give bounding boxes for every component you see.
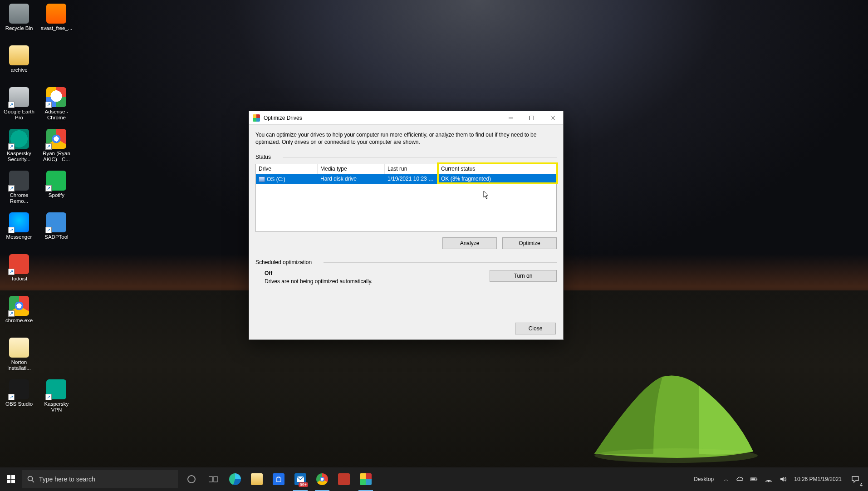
tray-battery[interactable] (747, 467, 761, 491)
app-icon: ↗ (9, 254, 29, 274)
edge-button[interactable] (224, 467, 246, 491)
edge-icon (229, 473, 241, 485)
desktop-icon-label: Adsense - Chrome (39, 109, 73, 121)
app-icon: ↗ (46, 171, 66, 191)
app-icon (46, 4, 66, 24)
shortcut-arrow-icon: ↗ (8, 185, 15, 191)
optimize-drives-window: Optimize Drives You can optimize your dr… (249, 111, 564, 340)
mail-button[interactable]: 99+ (289, 467, 311, 491)
desktop-icon[interactable]: archive (2, 44, 36, 83)
tray-onedrive[interactable] (732, 467, 747, 491)
shortcut-arrow-icon: ↗ (8, 227, 15, 233)
shortcut-arrow-icon: ↗ (45, 143, 52, 150)
cortana-button[interactable] (181, 467, 202, 491)
close-button[interactable] (542, 111, 563, 125)
desktop-icon-label: Spotify (49, 192, 64, 198)
ms-store-button[interactable] (268, 467, 289, 491)
desktop-icon[interactable]: ↗Spotify (39, 169, 74, 208)
desktop-icon[interactable]: ↗Google Earth Pro (2, 85, 36, 124)
desktop-icon[interactable]: ↗Kaspersky Security... (2, 127, 36, 166)
col-media[interactable]: Media type (318, 164, 385, 174)
tray-clock[interactable]: 10:26 PM 1/19/2021 (790, 467, 845, 491)
shortcut-arrow-icon: ↗ (8, 143, 15, 150)
tray-volume[interactable] (776, 467, 790, 491)
turn-on-button[interactable]: Turn on (490, 270, 557, 282)
optimize-drives-taskbar-button[interactable] (355, 467, 377, 491)
tray-time: 10:26 PM (794, 476, 817, 482)
tray-overflow-button[interactable]: ︿ (720, 467, 732, 491)
app-icon: ↗ (9, 87, 29, 107)
titlebar[interactable]: Optimize Drives (249, 111, 563, 125)
desktop-icon-label: archive (10, 67, 27, 73)
col-last[interactable]: Last run (385, 164, 438, 174)
shortcut-arrow-icon: ↗ (45, 227, 52, 233)
start-button[interactable] (0, 467, 22, 491)
status-section-header: Status (255, 154, 557, 160)
notif-count: 4 (860, 482, 863, 487)
chrome-taskbar-button[interactable] (311, 467, 333, 491)
shortcut-arrow-icon: ↗ (8, 102, 15, 108)
desktop-icon[interactable]: ↗chrome.exe (2, 294, 36, 333)
svg-rect-5 (11, 480, 15, 483)
desktop-icon[interactable]: ↗Chrome Remo... (2, 169, 36, 208)
file-explorer-button[interactable] (246, 467, 268, 491)
analyze-button[interactable]: Analyze (442, 237, 497, 249)
desktop-icon[interactable]: ↗Adsense - Chrome (39, 85, 74, 124)
cell-last: 1/19/2021 10:23 PM (385, 174, 438, 184)
desktop-icon[interactable]: ↗OBS Studio (2, 378, 36, 417)
shortcut-arrow-icon: ↗ (8, 394, 15, 400)
desktop-icon[interactable]: ↗SADPTool (39, 211, 74, 250)
drive-list[interactable]: Drive Media type Last run Current status… (255, 164, 557, 232)
desktop-icon[interactable]: Norton Installati... (2, 336, 36, 375)
scheduled-optimization-section: Scheduled optimization Off Drives are no… (255, 259, 557, 285)
action-center-button[interactable]: 4 (845, 467, 865, 491)
shortcut-arrow-icon: ↗ (45, 394, 52, 400)
svg-point-13 (768, 481, 769, 482)
close-footer-button[interactable]: Close (515, 323, 556, 334)
task-view-button[interactable] (202, 467, 224, 491)
desktop-icons: Recycle Binarchive↗Google Earth Pro↗Kasp… (2, 2, 74, 419)
optimize-button[interactable]: Optimize (502, 237, 557, 249)
sched-rule (324, 262, 557, 263)
desktop-icon[interactable]: avast_free_... (39, 2, 74, 41)
defrag-taskbar-icon (360, 473, 372, 485)
desktop-icon[interactable]: Recycle Bin (2, 2, 36, 41)
desktop-toolbar-label[interactable]: Desktop (690, 467, 717, 491)
app-icon: ↗ (9, 296, 29, 316)
tray-date: 1/19/2021 (818, 476, 842, 482)
maximize-button[interactable] (521, 111, 542, 125)
desktop-icon[interactable]: ↗Kaspersky VPN (39, 378, 74, 417)
svg-rect-11 (757, 479, 758, 480)
svg-rect-2 (7, 475, 10, 479)
recorder-button[interactable] (333, 467, 355, 491)
system-tray: Desktop ︿ 10:26 PM 1/19/2021 4 (690, 467, 868, 491)
svg-rect-8 (214, 476, 217, 482)
desktop-icon-label: Kaspersky VPN (39, 401, 73, 413)
window-controls (500, 111, 563, 124)
tray-network[interactable] (761, 467, 776, 491)
svg-point-0 (594, 448, 758, 463)
drive-row-selected[interactable]: OS (C:) Hard disk drive 1/19/2021 10:23 … (256, 174, 556, 184)
shortcut-arrow-icon: ↗ (8, 310, 15, 317)
minimize-button[interactable] (500, 111, 521, 125)
app-icon (9, 338, 29, 358)
sched-section-header: Scheduled optimization (255, 259, 557, 265)
window-body: You can optimize your drives to help you… (249, 125, 563, 289)
col-status[interactable]: Current status (438, 164, 556, 174)
drive-list-header: Drive Media type Last run Current status (256, 164, 556, 174)
svg-point-6 (28, 476, 33, 481)
window-title: Optimize Drives (264, 115, 500, 121)
cell-drive-text: OS (C:) (267, 176, 285, 182)
taskbar-search[interactable]: Type here to search (22, 470, 178, 488)
mail-icon: 99+ (294, 473, 306, 485)
desktop-icon-label: Messenger (6, 234, 32, 240)
app-icon (9, 4, 29, 24)
desktop-icon-label: Norton Installati... (2, 359, 36, 371)
desktop-icon[interactable]: ↗Messenger (2, 211, 36, 250)
col-drive[interactable]: Drive (256, 164, 318, 174)
desktop-icon[interactable]: ↗Ryan (Ryan AKIC) - C... (39, 127, 74, 166)
taskbar: Type here to search 99+ Desktop ︿ (0, 467, 868, 491)
desktop-icon-label: Kaspersky Security... (2, 151, 36, 162)
desktop-icon[interactable]: ↗Todoist (2, 252, 36, 291)
shortcut-arrow-icon: ↗ (45, 185, 52, 191)
